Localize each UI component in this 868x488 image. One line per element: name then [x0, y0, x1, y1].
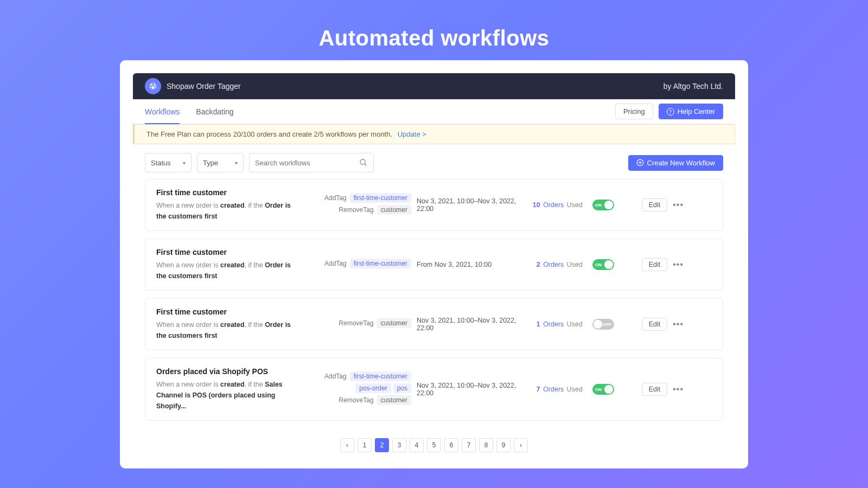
- search-icon[interactable]: [359, 158, 368, 167]
- page-number[interactable]: 2: [375, 438, 389, 452]
- toggle-label: ON: [595, 203, 602, 208]
- app-logo-icon: [145, 78, 161, 94]
- toggle-label: OFF: [603, 322, 611, 327]
- page-next[interactable]: ›: [514, 438, 528, 452]
- addtag-label: AddTag: [324, 260, 347, 267]
- help-center-label: Help Center: [678, 107, 715, 115]
- addtag-label: AddTag: [324, 373, 347, 380]
- banner-text: The Free Plan can process 20/100 orders …: [146, 130, 392, 138]
- filters-row: Status ▾ Type ▾ Create New W: [133, 144, 735, 179]
- tag-chip: pos: [393, 383, 411, 393]
- toggle-knob: [593, 320, 602, 329]
- status-filter-label: Status: [151, 159, 171, 167]
- page-number[interactable]: 1: [358, 438, 372, 452]
- tab-backdating[interactable]: Backdating: [196, 100, 233, 124]
- plus-icon: [636, 159, 644, 166]
- chevron-right-icon: ›: [520, 441, 522, 449]
- toggle-label: ON: [595, 262, 602, 267]
- tab-workflows[interactable]: Workflows: [145, 100, 180, 124]
- edit-button[interactable]: Edit: [642, 198, 668, 211]
- workflow-toggle[interactable]: ON: [592, 200, 614, 210]
- help-center-button[interactable]: ? Help Center: [659, 104, 723, 119]
- status-filter-select[interactable]: Status ▾: [145, 153, 192, 172]
- workflow-usage: 10 Orders Used: [531, 201, 583, 209]
- pagination: ‹123456789›: [133, 428, 735, 455]
- workflow-description: When a new order is created, if the Sale…: [156, 379, 303, 412]
- page-number[interactable]: 9: [496, 438, 510, 452]
- toggle-knob: [604, 260, 613, 269]
- chevron-left-icon: ‹: [346, 441, 348, 449]
- chevron-down-icon: ▾: [235, 160, 238, 166]
- edit-button[interactable]: Edit: [642, 318, 668, 331]
- workflow-card: First time customer When a new order is …: [145, 239, 723, 291]
- svg-point-3: [150, 86, 151, 87]
- removetag-label: RemoveTag: [339, 319, 374, 327]
- tabs: Workflows Backdating: [145, 99, 234, 124]
- page-number[interactable]: 7: [462, 438, 476, 452]
- addtag-label: AddTag: [324, 194, 347, 202]
- edit-button[interactable]: Edit: [642, 258, 668, 271]
- toggle-label: ON: [595, 387, 602, 392]
- workflow-toggle[interactable]: ON: [592, 259, 614, 270]
- app-frame: Shopaw Order Tagger by Altgo Tech Ltd. W…: [120, 60, 748, 468]
- type-filter-label: Type: [203, 159, 218, 167]
- svg-point-6: [360, 159, 365, 164]
- pricing-button[interactable]: Pricing: [615, 104, 653, 119]
- workflow-title: First time customer: [156, 248, 303, 256]
- removetag-label: RemoveTag: [339, 396, 374, 404]
- workflow-list: First time customer When a new order is …: [133, 179, 735, 421]
- type-filter-select[interactable]: Type ▾: [197, 153, 244, 172]
- svg-point-4: [155, 86, 156, 87]
- create-workflow-label: Create New Workflow: [647, 159, 715, 167]
- app-vendor: by Altgo Tech Ltd.: [663, 82, 723, 91]
- edit-button[interactable]: Edit: [642, 383, 668, 396]
- toolbar: Workflows Backdating Pricing ? Help Cent…: [133, 99, 735, 124]
- create-workflow-button[interactable]: Create New Workflow: [628, 155, 723, 171]
- page-number[interactable]: 8: [479, 438, 493, 452]
- search-input-wrapper: [249, 153, 374, 172]
- svg-point-1: [151, 84, 152, 86]
- workflow-description: When a new order is created, if the Orde…: [156, 260, 303, 281]
- workflow-daterange: From Nov 3, 2021, 10:00: [417, 261, 525, 268]
- app-header: Shopaw Order Tagger by Altgo Tech Ltd.: [133, 73, 735, 99]
- page-number[interactable]: 5: [427, 438, 441, 452]
- help-icon: ?: [667, 108, 674, 115]
- more-icon[interactable]: •••: [673, 201, 684, 209]
- workflow-daterange: Nov 3, 2021, 10:00–Nov 3, 2022, 22:00: [417, 382, 525, 397]
- svg-point-2: [154, 84, 156, 86]
- app-title: Shopaw Order Tagger: [167, 82, 241, 91]
- tag-chip: first-time-customer: [350, 193, 411, 203]
- workflow-card: First time customer When a new order is …: [145, 179, 723, 231]
- workflow-toggle[interactable]: OFF: [592, 319, 614, 330]
- hero-title: Automated workflows: [0, 0, 868, 60]
- chevron-down-icon: ▾: [183, 160, 186, 166]
- workflow-usage: 1 Orders Used: [531, 320, 583, 328]
- page-prev[interactable]: ‹: [340, 438, 354, 452]
- workflow-usage: 2 Orders Used: [531, 261, 583, 268]
- tag-chip: customer: [377, 205, 411, 215]
- workflow-toggle[interactable]: ON: [592, 384, 614, 395]
- tag-chip: customer: [377, 395, 411, 405]
- tag-chip: first-time-customer: [350, 259, 411, 268]
- search-input[interactable]: [255, 159, 359, 167]
- page-number[interactable]: 4: [410, 438, 424, 452]
- workflow-title: First time customer: [156, 188, 303, 197]
- more-icon[interactable]: •••: [673, 260, 684, 269]
- tag-chip: first-time-customer: [350, 371, 411, 381]
- app-container: Shopaw Order Tagger by Altgo Tech Ltd. W…: [133, 73, 735, 455]
- banner-update-link[interactable]: Update >: [398, 130, 426, 138]
- svg-line-7: [365, 164, 366, 165]
- removetag-label: RemoveTag: [339, 206, 374, 214]
- workflow-description: When a new order is created, if the Orde…: [156, 319, 303, 341]
- more-icon[interactable]: •••: [673, 320, 684, 329]
- page-number[interactable]: 3: [392, 438, 406, 452]
- workflow-usage: 7 Orders Used: [531, 386, 583, 393]
- more-icon[interactable]: •••: [673, 385, 684, 394]
- workflow-card: Orders placed via Shopify POS When a new…: [145, 358, 723, 421]
- toggle-knob: [604, 201, 613, 209]
- page-number[interactable]: 6: [444, 438, 458, 452]
- workflow-daterange: Nov 3, 2021, 10:00–Nov 3, 2022, 22:00: [417, 317, 525, 332]
- workflow-daterange: Nov 3, 2021, 10:00–Nov 3, 2022, 22:00: [417, 197, 525, 213]
- workflow-card: First time customer When a new order is …: [145, 298, 723, 350]
- plan-banner: The Free Plan can process 20/100 orders …: [133, 124, 735, 144]
